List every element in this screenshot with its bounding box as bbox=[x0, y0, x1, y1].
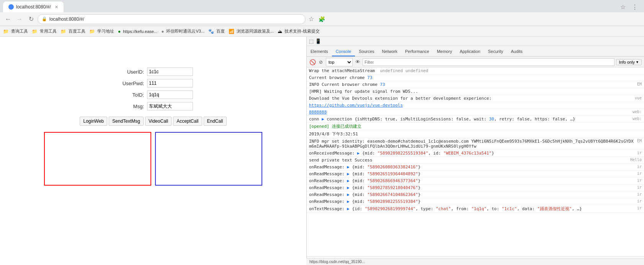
bookmark-item-6[interactable]: 环信即时通讯云V3... bbox=[165, 28, 206, 35]
userid-input[interactable] bbox=[147, 67, 193, 76]
videocall-button[interactable]: VideoCall bbox=[145, 117, 172, 126]
nav-forward-button[interactable]: → bbox=[15, 14, 25, 24]
local-video-box bbox=[44, 132, 151, 186]
console-line-7: 8888888 web: bbox=[307, 109, 644, 116]
line-7-text[interactable]: 8888888 bbox=[309, 110, 629, 115]
line-5-text: Download the Vue Devtools extension for … bbox=[309, 96, 632, 101]
nav-refresh-button[interactable]: ↻ bbox=[26, 14, 36, 24]
toid-input[interactable] bbox=[147, 91, 193, 99]
extension-icon[interactable]: 🧩 bbox=[317, 15, 327, 24]
console-toolbar: 🚫 ⊘ top 👁 Info only ▼ bbox=[307, 57, 644, 67]
tab-network[interactable]: Network bbox=[378, 47, 401, 56]
tab-close-icon[interactable]: ✕ bbox=[55, 5, 58, 10]
bookmark-item-8[interactable]: 浏览器同源政策及... bbox=[235, 28, 275, 35]
console-output: Wrap the attachMediaStream undefined und… bbox=[307, 67, 644, 257]
line-14-source: ir bbox=[637, 165, 642, 169]
endcall-button[interactable]: EndCall bbox=[204, 117, 227, 126]
star-nav-icon[interactable]: ☆ bbox=[307, 14, 315, 24]
line-14-text: onReadMessage: ▶ {mid: "5890260803633824… bbox=[309, 165, 634, 170]
tab-bar: localhost:8080/#/ ✕ ☆ ⋮ bbox=[0, 0, 644, 12]
address-bar[interactable]: 🔒 localhost:8080/#/ bbox=[38, 14, 306, 24]
device-toggle-icon[interactable]: 📱 bbox=[315, 38, 321, 44]
userpwd-input[interactable] bbox=[147, 79, 193, 87]
line-15-source: ir bbox=[637, 171, 642, 176]
loginweb-button[interactable]: LoginWeb bbox=[80, 117, 107, 126]
line-15-text: onReadMessage: ▶ {mid: "5890265193644048… bbox=[309, 171, 634, 176]
line-12-text: onReceivedMessage: ▶ {mid: "589028982255… bbox=[309, 151, 634, 156]
userid-label: UserID: bbox=[113, 69, 144, 75]
line-18-source: ir bbox=[637, 192, 642, 196]
bookmark-item-1[interactable]: 查询工具 bbox=[10, 28, 29, 35]
console-line-1: Wrap the attachMediaStream undefined und… bbox=[307, 67, 644, 74]
devtools-panel: ⬚ 📱 Elements Console Sources Network Per… bbox=[306, 37, 644, 265]
bookmark-mountain-icon: ⛰ bbox=[278, 29, 282, 34]
inspect-icon[interactable]: ⬚ bbox=[309, 38, 314, 44]
video-area bbox=[44, 132, 262, 186]
line-17-text: onReadMessage: ▶ {mid: "5890278592180404… bbox=[309, 185, 634, 190]
acceptcall-button[interactable]: AcceptCall bbox=[173, 117, 202, 126]
bookmark-item-4[interactable]: 学习地址 bbox=[96, 28, 116, 35]
tab-memory[interactable]: Memory bbox=[433, 47, 456, 56]
console-line-18: onReadMessage: ▶ {mid: "5890266741048623… bbox=[307, 191, 644, 198]
line-13-text: send private text Success bbox=[309, 158, 627, 163]
bookmark-folder-icon-2: 📁 bbox=[32, 29, 38, 34]
tab-security[interactable]: Security bbox=[484, 47, 507, 56]
console-line-9: [opened] 连接已成功建立 bbox=[307, 123, 644, 130]
line-16-source: ir bbox=[637, 178, 642, 183]
console-line-10: 2019/4/8 下午3:32:51 bbox=[307, 130, 644, 138]
line-3-text: INFO Current browser chrome 73 bbox=[309, 82, 634, 87]
bookmark-item-2[interactable]: 常用工具 bbox=[38, 28, 58, 35]
star-icon[interactable]: ☆ bbox=[617, 2, 629, 12]
bookmark-folder-icon-3: 📁 bbox=[60, 29, 66, 34]
url-text: localhost:8080/#/ bbox=[49, 16, 84, 22]
eye-toggle-button[interactable]: 👁 bbox=[354, 59, 361, 66]
line-4-text: [HMR] Waiting for update signal from WDS… bbox=[309, 89, 642, 94]
clear-console-button[interactable]: 🚫 bbox=[309, 59, 316, 66]
console-line-5: Download the Vue Devtools extension for … bbox=[307, 95, 644, 102]
bookmark-folder-icon-4: 📁 bbox=[89, 29, 95, 34]
console-line-20: onTextMessage: ▶ {id: "58902902681999974… bbox=[307, 205, 644, 213]
tab-console[interactable]: Console bbox=[332, 47, 355, 56]
line-13-source: Hello bbox=[630, 158, 642, 162]
bookmark-item-5[interactable]: https://kefu.ease... bbox=[121, 28, 159, 35]
console-line-6: https://github.com/vuejs/vue-devtools bbox=[307, 102, 644, 109]
console-line-4: [HMR] Waiting for update signal from WDS… bbox=[307, 88, 644, 95]
console-line-14: onReadMessage: ▶ {mid: "5890260803633824… bbox=[307, 164, 644, 171]
line-5-source: vue bbox=[635, 96, 642, 100]
tab-application[interactable]: Application bbox=[456, 47, 484, 56]
info-only-badge[interactable]: Info only ▼ bbox=[616, 59, 642, 65]
bookmark-item-7[interactable]: 百度 bbox=[215, 28, 226, 35]
tab-performance[interactable]: Performance bbox=[401, 47, 433, 56]
line-16-text: onReadMessage: ▶ {mid: "5890268669463773… bbox=[309, 178, 634, 183]
bookmarks-bar: 📁 查询工具 📁 常用工具 📁 百度工具 📁 学习地址 ● https://ke… bbox=[0, 26, 644, 37]
console-line-8: conn ▶ connection {isHttpDNS: true, isMu… bbox=[307, 116, 644, 123]
console-filter-input[interactable] bbox=[363, 58, 615, 66]
msg-input[interactable] bbox=[147, 102, 193, 110]
toid-label: ToID: bbox=[113, 92, 144, 98]
active-tab[interactable]: localhost:8080/#/ ✕ bbox=[3, 2, 64, 12]
tab-sources[interactable]: Sources bbox=[355, 47, 378, 56]
line-9-text: [opened] 连接已成功建立 bbox=[309, 123, 642, 129]
bookmark-circle-icon: ● bbox=[161, 29, 164, 34]
filter-icon-button[interactable]: ⊘ bbox=[317, 59, 324, 66]
bookmark-folder-icon-1: 📁 bbox=[3, 29, 9, 34]
menu-icon[interactable]: ⋮ bbox=[629, 2, 641, 12]
bookmark-wifi-icon: 📶 bbox=[229, 29, 234, 34]
bookmark-green-icon: ● bbox=[118, 29, 121, 34]
info-only-chevron-icon: ▼ bbox=[636, 60, 639, 64]
context-selector[interactable]: top bbox=[326, 58, 353, 66]
tab-elements[interactable]: Elements bbox=[307, 47, 332, 56]
line-6-text[interactable]: https://github.com/vuejs/vue-devtools bbox=[309, 103, 642, 108]
msg-row: Msg: bbox=[113, 102, 193, 110]
toid-row: ToID: bbox=[113, 91, 193, 99]
tab-audits[interactable]: Audits bbox=[507, 47, 526, 56]
tab-title: localhost:8080/#/ bbox=[16, 4, 51, 10]
line-2-text: Current browser chrome 73 bbox=[309, 75, 642, 80]
sendtextmsg-button[interactable]: SendTextMsg bbox=[109, 117, 144, 126]
console-line-15: onReadMessage: ▶ {mid: "5890265193644048… bbox=[307, 171, 644, 178]
action-buttons: LoginWeb SendTextMsg VideoCall AcceptCal… bbox=[80, 117, 226, 126]
status-bar-url: https://blog.csdn.net/qq_35190... bbox=[309, 260, 365, 264]
bookmark-item-9[interactable]: 技术支持-线索提交 bbox=[283, 28, 321, 35]
nav-back-button[interactable]: ← bbox=[3, 14, 13, 24]
bookmark-item-3[interactable]: 百度工具 bbox=[67, 28, 87, 35]
